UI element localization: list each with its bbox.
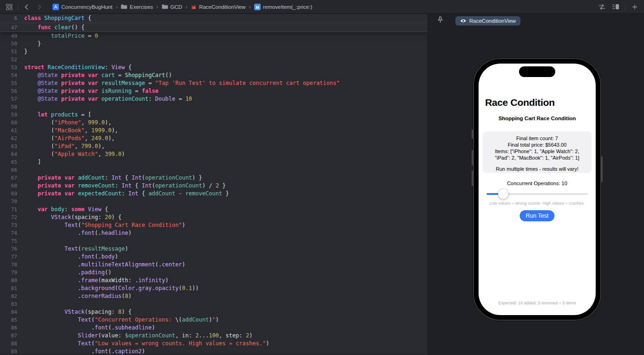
code-line[interactable]: 85 Text("Concurrent Operations: \(addCou… [0, 316, 427, 324]
code-line[interactable]: 68 private var removeCount: Int { Int(op… [0, 182, 427, 190]
line-number[interactable]: 60 [0, 119, 17, 127]
code-line[interactable]: 58 [0, 103, 427, 111]
line-number[interactable]: 77 [0, 253, 17, 261]
code-line[interactable]: 53struct RaceConditionView: View { [0, 64, 427, 71]
code-line[interactable]: 79 .padding() [0, 269, 427, 277]
breadcrumb-folder-exercises[interactable]: Exercises [121, 4, 153, 10]
code-line[interactable]: 75 [0, 237, 427, 245]
code-line[interactable]: 57 @State private var operationCount: Do… [0, 95, 427, 103]
line-number[interactable]: 82 [0, 292, 17, 300]
code-line[interactable]: 73 Text("Shopping Cart Race Condition") [0, 221, 427, 229]
line-number[interactable]: 61 [0, 127, 17, 135]
line-number[interactable]: 50 [0, 40, 17, 48]
line-number[interactable]: 72 [0, 213, 17, 221]
breadcrumb-folder-gcd[interactable]: GCD [162, 4, 183, 10]
code-line[interactable]: 70 [0, 198, 427, 206]
line-number[interactable]: 79 [0, 269, 17, 277]
line-number[interactable]: 64 [0, 150, 17, 158]
line-number[interactable]: 52 [0, 56, 17, 64]
source-editor[interactable]: 6class ShoppingCart {47 func clear() { 4… [0, 14, 428, 355]
line-number[interactable]: 63 [0, 142, 17, 150]
code-line[interactable]: 81 .background(Color.gray.opacity(0.1)) [0, 284, 427, 292]
line-number[interactable]: 47 [0, 23, 17, 32]
line-number[interactable]: 55 [0, 79, 17, 87]
line-number[interactable]: 89 [0, 348, 17, 355]
line-number[interactable]: 54 [0, 71, 17, 79]
slider-thumb[interactable] [498, 189, 508, 199]
code-line[interactable]: 54 @State private var cart = ShoppingCar… [0, 71, 427, 79]
line-number[interactable]: 73 [0, 221, 17, 229]
code-line[interactable]: 59 let products = [ [0, 111, 427, 119]
back-button-icon[interactable] [22, 2, 31, 12]
code-line[interactable]: 52 [0, 56, 427, 64]
code-line[interactable]: 74 .font(.headline) [0, 229, 427, 237]
code-line[interactable]: 89 .font(.caption2) [0, 348, 427, 355]
code-line[interactable]: 56 @State private var isRunning = false [0, 87, 427, 95]
code-line[interactable]: 72 VStack(spacing: 20) { [0, 213, 427, 221]
code-line[interactable]: 49 totalPrice = 0 [0, 32, 427, 40]
breadcrumb-project[interactable]: ConcurrencyBugHunt [53, 4, 112, 10]
line-number[interactable]: 76 [0, 245, 17, 253]
line-number[interactable]: 53 [0, 64, 17, 71]
code-line[interactable]: 65 ] [0, 158, 427, 166]
code-line[interactable]: 76 Text(resultMessage) [0, 245, 427, 253]
preview-tab[interactable]: RaceConditionView [455, 16, 520, 26]
code-line[interactable]: 62 ("AirPods", 249.0), [0, 135, 427, 142]
breadcrumb-method[interactable]: M removeItem(_:price:) [254, 4, 312, 10]
line-number[interactable]: 56 [0, 87, 17, 95]
code-line[interactable]: 63 ("iPad", 799.0), [0, 142, 427, 150]
line-number[interactable]: 80 [0, 277, 17, 284]
line-number[interactable]: 67 [0, 174, 17, 182]
code-line[interactable]: 84 VStack(spacing: 8) { [0, 308, 427, 316]
related-items-icon[interactable] [5, 2, 14, 12]
code-line[interactable]: 69 private var expectedCount: Int { addC… [0, 190, 427, 198]
code-line[interactable]: 88 Text("Low values = wrong counts. High… [0, 340, 427, 348]
breadcrumb-file[interactable]: RaceConditionView [191, 4, 245, 10]
line-number[interactable]: 6 [0, 14, 17, 23]
line-number[interactable]: 65 [0, 158, 17, 166]
line-number[interactable]: 70 [0, 198, 17, 206]
code-review-icon[interactable] [597, 2, 606, 12]
line-number[interactable]: 75 [0, 237, 17, 245]
code-line[interactable]: 82 .cornerRadius(8) [0, 292, 427, 300]
line-number[interactable]: 58 [0, 103, 17, 111]
line-number[interactable]: 62 [0, 135, 17, 142]
code-line[interactable]: 87 Slider(value: $operationCount, in: 2.… [0, 332, 427, 340]
code-line[interactable]: 64 ("Apple Watch", 399.0) [0, 150, 427, 158]
line-number[interactable]: 83 [0, 300, 17, 308]
code-line[interactable]: 71 var body: some View { [0, 206, 427, 213]
operations-slider[interactable] [486, 193, 588, 195]
line-number[interactable]: 59 [0, 111, 17, 119]
add-editor-icon[interactable] [630, 2, 639, 12]
line-number[interactable]: 69 [0, 190, 17, 198]
code-line[interactable]: 86 .font(.subheadline) [0, 324, 427, 332]
code-line[interactable]: 50 } [0, 40, 427, 48]
code-line[interactable]: 60 ("iPhone", 999.0), [0, 119, 427, 127]
line-number[interactable]: 88 [0, 340, 17, 348]
line-number[interactable]: 68 [0, 182, 17, 190]
code-line[interactable]: 80 .frame(maxWidth: .infinity) [0, 277, 427, 284]
line-number[interactable]: 87 [0, 332, 17, 340]
code-line[interactable]: 83 [0, 300, 427, 308]
code-line[interactable]: 6class ShoppingCart { [0, 14, 427, 23]
line-number[interactable]: 49 [0, 32, 17, 40]
line-number[interactable]: 85 [0, 316, 17, 324]
code-line[interactable]: 61 ("MacBook", 1999.0), [0, 127, 427, 135]
pin-icon[interactable] [437, 16, 443, 26]
line-number[interactable]: 51 [0, 48, 17, 56]
forward-button-icon[interactable] [35, 2, 44, 12]
line-number[interactable]: 84 [0, 308, 17, 316]
line-number[interactable]: 86 [0, 324, 17, 332]
line-number[interactable]: 66 [0, 166, 17, 174]
code-line[interactable]: 66 [0, 166, 427, 174]
line-number[interactable]: 57 [0, 95, 17, 103]
code-line[interactable]: 67 private var addCount: Int { Int(opera… [0, 174, 427, 182]
editor-options-icon[interactable] [611, 2, 620, 12]
code-line[interactable]: 55 @State private var resultMessage = "T… [0, 79, 427, 87]
run-test-button[interactable]: Run Test [519, 210, 554, 221]
code-line[interactable]: 51} [0, 48, 427, 56]
code-line[interactable]: 78 .multilineTextAlignment(.center) [0, 261, 427, 269]
line-number[interactable]: 71 [0, 206, 17, 213]
code-line[interactable]: 47 func clear() { [0, 23, 427, 32]
line-number[interactable]: 78 [0, 261, 17, 269]
